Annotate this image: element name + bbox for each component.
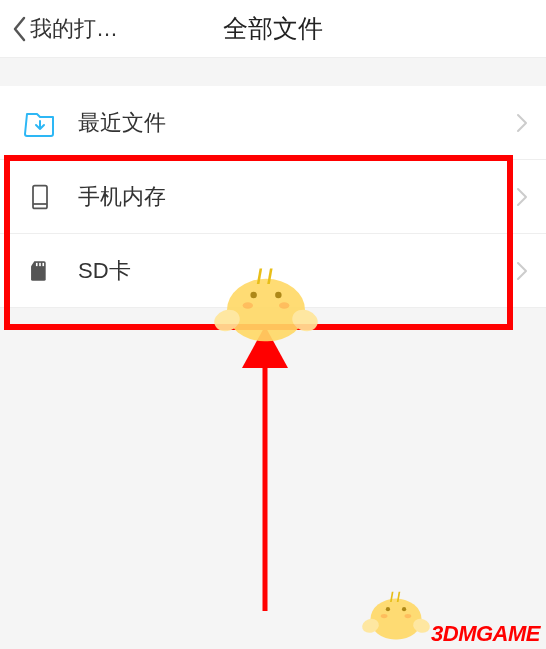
back-label: 我的打… (30, 14, 118, 44)
list-item-label: 手机内存 (78, 182, 516, 212)
download-folder-icon (24, 107, 56, 139)
chevron-left-icon (12, 16, 26, 42)
svg-rect-0 (33, 185, 47, 208)
back-button[interactable]: 我的打… (4, 14, 118, 44)
annotation-arrow (230, 326, 300, 616)
list-item-recent-files[interactable]: 最近文件 (0, 86, 546, 160)
sd-card-icon (24, 255, 56, 287)
list-item-sd-card[interactable]: SD卡 (0, 234, 546, 308)
list-item-phone-storage[interactable]: 手机内存 (0, 160, 546, 234)
svg-rect-4 (42, 262, 44, 265)
list-item-label: 最近文件 (78, 108, 516, 138)
watermark-text: 3DMGAME (431, 621, 540, 647)
watermark-mascot-icon (371, 599, 422, 640)
chevron-right-icon (516, 113, 528, 133)
phone-icon (24, 181, 56, 213)
svg-rect-2 (36, 262, 38, 265)
svg-rect-3 (39, 262, 41, 265)
chevron-right-icon (516, 187, 528, 207)
chevron-right-icon (516, 261, 528, 281)
page-title: 全部文件 (223, 12, 323, 45)
svg-marker-6 (242, 326, 288, 368)
header: 我的打… 全部文件 (0, 0, 546, 58)
list-item-label: SD卡 (78, 256, 516, 286)
file-list: 最近文件 手机内存 SD卡 (0, 86, 546, 308)
